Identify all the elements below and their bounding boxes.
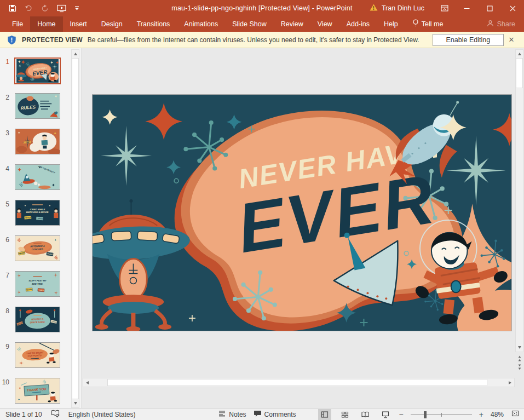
lightbulb-icon xyxy=(412,19,419,29)
tab-help[interactable]: Help xyxy=(377,16,405,32)
protected-view-message: Be careful—files from the Internet can c… xyxy=(88,36,419,44)
warning-icon xyxy=(370,4,378,13)
share-button: Share xyxy=(487,20,515,28)
slide-thumbnail[interactable]: TIME TO COUNTOUR POINTS! xyxy=(15,342,60,368)
scroll-down-icon[interactable] xyxy=(72,399,79,407)
slide-number: 5 xyxy=(0,200,13,208)
slide-artwork: NEVER HAVE I EVER xyxy=(93,95,511,331)
scrollbar-thumb[interactable] xyxy=(516,58,523,88)
notes-toggle[interactable]: Notes xyxy=(218,410,246,419)
minimize-icon[interactable] xyxy=(455,0,478,16)
thumbnail-row: 7SLEPT PAST MYBED TIME.NEVERI HAVE xyxy=(0,271,69,307)
save-icon[interactable] xyxy=(9,4,16,12)
normal-view-icon[interactable] xyxy=(318,409,331,420)
tab-view[interactable]: View xyxy=(310,16,339,32)
scroll-right-icon[interactable] xyxy=(506,378,514,387)
thumbnail-row: 8BOUGHT ASPACE FARM.NEVERI HAVE xyxy=(0,307,69,342)
customize-qat-icon[interactable] xyxy=(74,6,79,11)
thumbnail-list: 1NEVER HAVE IEVER2RULES3NICA4ARE YOU REA… xyxy=(0,48,69,408)
slide-editor-canvas[interactable]: NEVER HAVE I EVER xyxy=(92,94,512,331)
svg-text:SPACE FARM.: SPACE FARM. xyxy=(30,320,45,324)
zoom-in-button[interactable]: + xyxy=(479,411,483,418)
svg-text:CONCERT.: CONCERT. xyxy=(32,248,43,251)
svg-text:WATCHING A MOVIE.: WATCHING A MOVIE. xyxy=(26,211,49,214)
slide-canvas-area: NEVER HAVE I EVER xyxy=(83,48,524,408)
slide-navigation xyxy=(515,354,523,371)
slide-number: 8 xyxy=(0,307,13,315)
scroll-up-icon[interactable] xyxy=(72,50,79,58)
thumbnail-row: 4ARE YOU READY? xyxy=(0,164,69,200)
close-infobar-icon[interactable]: ✕ xyxy=(506,36,516,44)
start-slideshow-icon[interactable] xyxy=(57,4,66,13)
slide-number: 6 xyxy=(0,235,13,244)
slide-show-icon[interactable] xyxy=(379,409,392,420)
vertical-scrollbar xyxy=(515,49,523,352)
zoom-out-button[interactable]: − xyxy=(399,411,404,418)
scrollbar-thumb[interactable] xyxy=(72,58,79,399)
tab-add-ins[interactable]: Add-ins xyxy=(339,16,377,32)
slide-number: 10 xyxy=(0,378,13,386)
tab-review[interactable]: Review xyxy=(274,16,310,32)
comments-label: Comments xyxy=(264,411,296,418)
zoom-slider[interactable] xyxy=(411,410,472,419)
thumbnail-row: 5CRIED WHILEWATCHING A MOVIE.NEVERI HAVE xyxy=(0,200,69,235)
tab-home[interactable]: Home xyxy=(30,16,62,32)
tab-file[interactable]: File xyxy=(5,16,30,32)
shield-icon xyxy=(7,35,16,45)
comments-icon xyxy=(254,410,262,419)
svg-text:SLEPT PAST MY: SLEPT PAST MY xyxy=(28,279,47,282)
ribbon-display-options-icon[interactable] xyxy=(434,0,455,16)
thumbnail-scrollbar xyxy=(71,49,79,408)
slide-thumbnail[interactable]: BOUGHT ASPACE FARM.NEVERI HAVE xyxy=(15,307,60,332)
slide-thumbnail[interactable]: CRIED WHILEWATCHING A MOVIE.NEVERI HAVE xyxy=(15,200,60,226)
tab-insert[interactable]: Insert xyxy=(63,16,94,32)
slide-thumbnail[interactable]: NEVER HAVE IEVER xyxy=(14,57,61,84)
thumbnail-row: 6ATTENDED ACONCERT.NEVERI HAVE xyxy=(0,235,69,271)
user-name: Tran Dinh Luc xyxy=(382,4,424,12)
horizontal-scrollbar xyxy=(83,378,515,387)
slide-thumbnail[interactable]: NICA xyxy=(15,129,60,154)
slide-thumbnail[interactable]: THANK YOU xyxy=(15,378,60,404)
next-slide-icon[interactable] xyxy=(515,363,523,371)
scrollbar-thumb[interactable] xyxy=(107,379,487,386)
slide-number: 9 xyxy=(0,342,13,350)
zoom-level[interactable]: 48% xyxy=(491,411,504,418)
title-bar: mau-1-slide-pp-ngo-nghinh [Protected Vie… xyxy=(0,0,524,16)
close-icon[interactable] xyxy=(501,0,524,16)
tab-design[interactable]: Design xyxy=(94,16,130,32)
quick-access-toolbar xyxy=(0,4,79,13)
zoom-slider-knob[interactable] xyxy=(424,411,427,418)
thumbnail-row: 2RULES xyxy=(0,93,69,129)
slide-number: 2 xyxy=(0,93,13,101)
reading-view-icon[interactable] xyxy=(359,409,372,420)
scroll-down-icon[interactable] xyxy=(516,343,523,352)
status-bar: Slide 1 of 10 English (United States) No… xyxy=(0,408,524,420)
previous-slide-icon[interactable] xyxy=(515,354,523,363)
maximize-icon[interactable] xyxy=(478,0,501,16)
svg-text:I HAVE: I HAVE xyxy=(37,217,43,220)
account-user[interactable]: Tran Dinh Luc xyxy=(370,4,424,13)
spell-check-icon[interactable] xyxy=(51,409,60,419)
tab-slide-show[interactable]: Slide Show xyxy=(225,16,274,32)
slide-indicator[interactable]: Slide 1 of 10 xyxy=(5,411,42,418)
tell-me-box[interactable]: Tell me xyxy=(405,19,451,29)
slide-thumbnail[interactable]: ARE YOU READY? xyxy=(15,164,60,190)
repeat-icon xyxy=(41,4,49,12)
svg-text:BED TIME.: BED TIME. xyxy=(32,283,43,285)
language-indicator[interactable]: English (United States) xyxy=(68,411,136,418)
scroll-up-icon[interactable] xyxy=(516,50,523,58)
main-area: 1NEVER HAVE IEVER2RULES3NICA4ARE YOU REA… xyxy=(0,48,524,408)
slide-thumbnail[interactable]: ATTENDED ACONCERT.NEVERI HAVE xyxy=(15,235,60,261)
svg-text:CRIED WHILE: CRIED WHILE xyxy=(30,208,45,211)
slide-thumbnail[interactable]: SLEPT PAST MYBED TIME.NEVERI HAVE xyxy=(15,271,60,297)
slide-thumbnail[interactable]: RULES xyxy=(15,93,60,119)
tab-animations[interactable]: Animations xyxy=(177,16,225,32)
fit-slide-icon[interactable] xyxy=(511,409,520,419)
slide-sorter-icon[interactable] xyxy=(338,409,352,420)
scroll-left-icon[interactable] xyxy=(83,378,91,387)
slide-thumbnail-panel: 1NEVER HAVE IEVER2RULES3NICA4ARE YOU REA… xyxy=(0,48,82,408)
undo-icon xyxy=(25,4,33,12)
tab-transitions[interactable]: Transitions xyxy=(130,16,177,32)
enable-editing-button[interactable]: Enable Editing xyxy=(433,34,504,46)
comments-toggle[interactable]: Comments xyxy=(254,410,296,419)
